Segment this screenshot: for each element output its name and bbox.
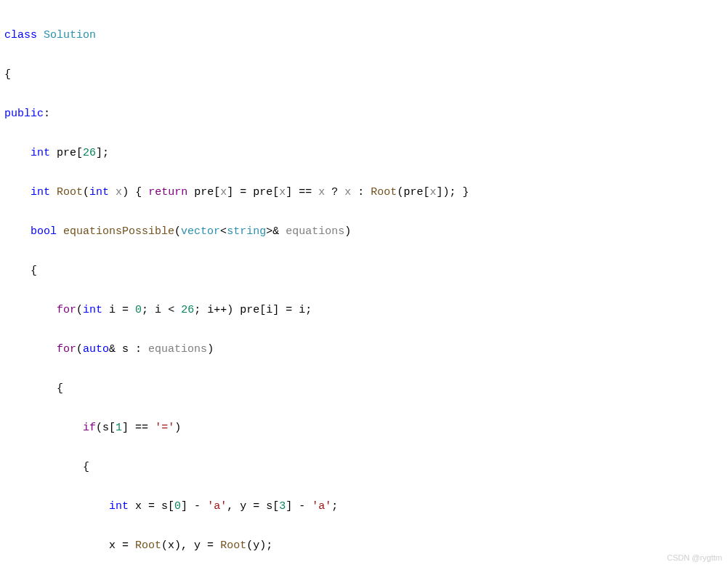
number: 26 [181,304,194,316]
keyword-int: int [83,304,102,316]
class-string: string [227,225,266,238]
number: 3 [279,500,286,513]
number: 1 [116,422,122,434]
variable: x [318,186,325,198]
code-line: bool equationsPossible(vector<string>& e… [1,222,728,241]
brace: { [83,461,89,473]
keyword-bool: bool [31,225,57,238]
code-block: class Solution { public: int pre[26]; in… [1,6,728,570]
code-line: if(s[1] == '=') [1,418,728,438]
string: 'a' [312,500,331,513]
array-name: pre [57,147,76,159]
array: pre [194,186,214,198]
code-line: { [1,457,728,477]
number: 0 [135,304,142,316]
code-line: x = Root(x), y = Root(y); [1,536,728,555]
keyword-int: int [89,186,109,198]
variable: x [220,186,227,198]
code-line: { [1,379,728,398]
code-line: int pre[26]; [1,143,728,163]
array: pre [403,186,423,198]
function-name: Root [57,186,83,198]
class-name: Solution [44,29,96,41]
keyword-for: for [57,304,76,316]
code-line: int x = s[0] - 'a', y = s[3] - 'a'; [1,497,728,516]
function-call: Root [371,186,397,198]
keyword-int: int [31,147,50,159]
bracket: [ [76,147,83,159]
number: 0 [174,500,181,513]
keyword-int: int [109,500,129,513]
paren: ( [83,186,89,198]
code-line: int Root(int x) { return pre[x] = pre[x]… [1,182,728,202]
code-line: for(auto& s : equations) [1,340,728,359]
code-line: { [1,65,728,84]
brace: { [31,265,37,277]
keyword-for: for [57,343,76,356]
number: 26 [83,147,96,159]
watermark: CSDN @rygttm [667,551,722,566]
array: pre [240,304,259,316]
bracket: ]; [96,147,109,159]
code-line: { [1,261,728,281]
code-line: class Solution [1,25,728,45]
keyword-class: class [4,29,37,41]
function-name: equationsPossible [63,225,174,238]
keyword-public: public [4,108,44,120]
brace: { [57,382,63,395]
brace: { [4,68,11,81]
keyword-if: if [83,422,96,434]
colon: : [44,108,50,120]
variable: equations [148,343,207,356]
variable: x [116,186,122,198]
array: pre [253,186,272,198]
keyword-return: return [148,186,187,198]
code-line: public: [1,104,728,124]
variable: equations [286,225,344,238]
variable: x [279,186,286,198]
function-call: Root [220,539,246,552]
code-line: for(int i = 0; i < 26; i++) pre[i] = i; [1,300,728,320]
paren: ) { [122,186,148,198]
string: 'a' [207,500,227,513]
class-vector: vector [181,225,220,238]
keyword-int: int [31,186,50,198]
keyword-auto: auto [83,343,109,356]
function-call: Root [135,539,161,552]
string: '=' [155,422,174,434]
variable: x [344,186,351,198]
